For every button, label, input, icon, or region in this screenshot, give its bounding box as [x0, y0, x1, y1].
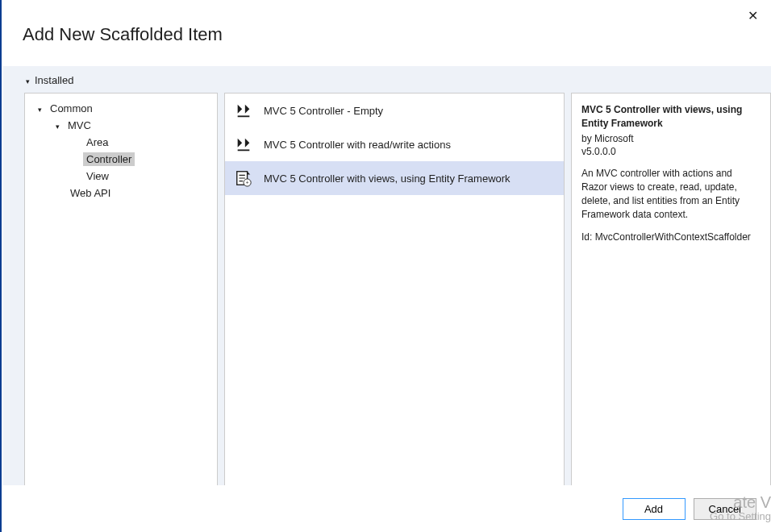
chevron-down-icon: ▾ — [26, 77, 30, 85]
tree-label: Area — [83, 135, 111, 149]
tree-node-controller[interactable]: Controller — [25, 151, 217, 168]
list-item-label: MVC 5 Controller - Empty — [264, 105, 383, 117]
list-item[interactable]: MVC 5 Controller with read/write actions — [225, 127, 564, 161]
controller-views-icon: + — [235, 169, 252, 187]
button-bar: Add Cancel — [2, 485, 771, 532]
dialog-title: Add New Scaffolded Item — [2, 0, 771, 60]
tree-node-view[interactable]: View — [25, 168, 217, 185]
detail-by: by Microsoft — [581, 132, 761, 146]
detail-title: MVC 5 Controller with views, using Entit… — [581, 103, 761, 131]
svg-text:+: + — [246, 180, 249, 185]
tree-node-area[interactable]: Area — [25, 134, 217, 151]
chevron-down-icon: ▾ — [56, 123, 60, 131]
detail-panel: MVC 5 Controller with views, using Entit… — [571, 93, 771, 486]
chevron-down-icon: ▾ — [38, 106, 42, 114]
list-item-label: MVC 5 Controller with read/write actions — [264, 139, 451, 151]
cancel-button[interactable]: Cancel — [694, 498, 756, 520]
installed-label: Installed — [35, 74, 73, 86]
detail-version: v5.0.0.0 — [581, 145, 761, 159]
tree-label: Web API — [67, 186, 114, 200]
tree-node-common[interactable]: ▾Common — [25, 100, 217, 117]
list-item-label: MVC 5 Controller with views, using Entit… — [264, 172, 511, 185]
tree-node-mvc[interactable]: ▾MVC — [25, 117, 217, 134]
list-item[interactable]: + MVC 5 Controller with views, using Ent… — [225, 161, 564, 195]
installed-header[interactable]: ▾Installed — [3, 66, 771, 93]
tree-label: Common — [47, 102, 96, 115]
tree-label: View — [83, 169, 112, 183]
close-button[interactable]: ✕ — [748, 8, 758, 23]
tree-label: MVC — [65, 118, 94, 132]
close-icon: ✕ — [748, 9, 758, 23]
tree-label: Controller — [83, 152, 135, 166]
content-area: ▾Installed ▾Common ▾MVC Area Controller … — [3, 66, 771, 485]
controller-icon — [235, 135, 252, 153]
add-button[interactable]: Add — [623, 498, 686, 520]
tree-panel: ▾Common ▾MVC Area Controller View Web AP… — [24, 93, 218, 486]
tree-node-webapi[interactable]: Web API — [25, 185, 217, 202]
controller-icon — [235, 102, 252, 119]
list-panel: MVC 5 Controller - Empty MVC 5 Controlle… — [224, 93, 565, 486]
list-item[interactable]: MVC 5 Controller - Empty — [225, 94, 564, 127]
detail-description: An MVC controller with actions and Razor… — [581, 167, 761, 221]
detail-id: Id: MvcControllerWithContextScaffolder — [581, 231, 761, 244]
